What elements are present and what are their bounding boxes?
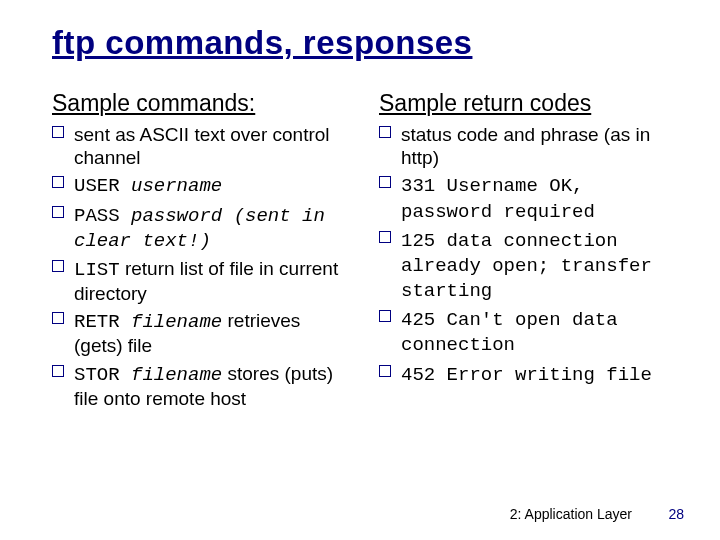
item-mono: LIST — [74, 259, 120, 281]
list-item: PASS password (sent in clear text!) — [52, 203, 353, 253]
list-item: USER username — [52, 173, 353, 198]
list-item: status code and phrase (as in http) — [379, 123, 680, 169]
list-item: LIST return list of file in current dire… — [52, 257, 353, 305]
item-mono: 331 Username OK, password required — [401, 175, 595, 222]
list-item: RETR filename retrieves (gets) file — [52, 309, 353, 357]
item-mono-italic: username — [131, 175, 222, 197]
item-mono-italic: filename — [131, 311, 222, 333]
item-mono-italic: filename — [131, 364, 222, 386]
item-mono: 452 Error writing file — [401, 364, 652, 386]
right-heading: Sample return codes — [379, 90, 680, 117]
columns: Sample commands: sent as ASCII text over… — [52, 90, 680, 414]
right-list: status code and phrase (as in http) 331 … — [379, 123, 680, 387]
item-mono: PASS — [74, 205, 131, 227]
footer-page-number: 28 — [660, 506, 684, 522]
left-column: Sample commands: sent as ASCII text over… — [52, 90, 353, 414]
list-item: sent as ASCII text over control channel — [52, 123, 353, 169]
left-heading: Sample commands: — [52, 90, 353, 117]
item-mono: 125 data connection already open; transf… — [401, 230, 652, 302]
slide-title: ftp commands, responses — [52, 24, 680, 62]
item-text: sent as ASCII text over control channel — [74, 124, 330, 168]
item-mono: 425 Can't open data connection — [401, 309, 618, 356]
list-item: 125 data connection already open; transf… — [379, 228, 680, 304]
slide-footer: 2: Application Layer 28 — [510, 506, 684, 522]
item-mono: USER — [74, 175, 131, 197]
left-list: sent as ASCII text over control channel … — [52, 123, 353, 410]
item-mono: RETR — [74, 311, 131, 333]
list-item: 425 Can't open data connection — [379, 307, 680, 357]
item-text: status code and phrase (as in http) — [401, 124, 650, 168]
slide: ftp commands, responses Sample commands:… — [0, 0, 720, 540]
list-item: STOR filename stores (puts) file onto re… — [52, 362, 353, 410]
list-item: 331 Username OK, password required — [379, 173, 680, 223]
right-column: Sample return codes status code and phra… — [379, 90, 680, 414]
list-item: 452 Error writing file — [379, 362, 680, 387]
footer-chapter: 2: Application Layer — [510, 506, 632, 522]
item-mono: STOR — [74, 364, 131, 386]
